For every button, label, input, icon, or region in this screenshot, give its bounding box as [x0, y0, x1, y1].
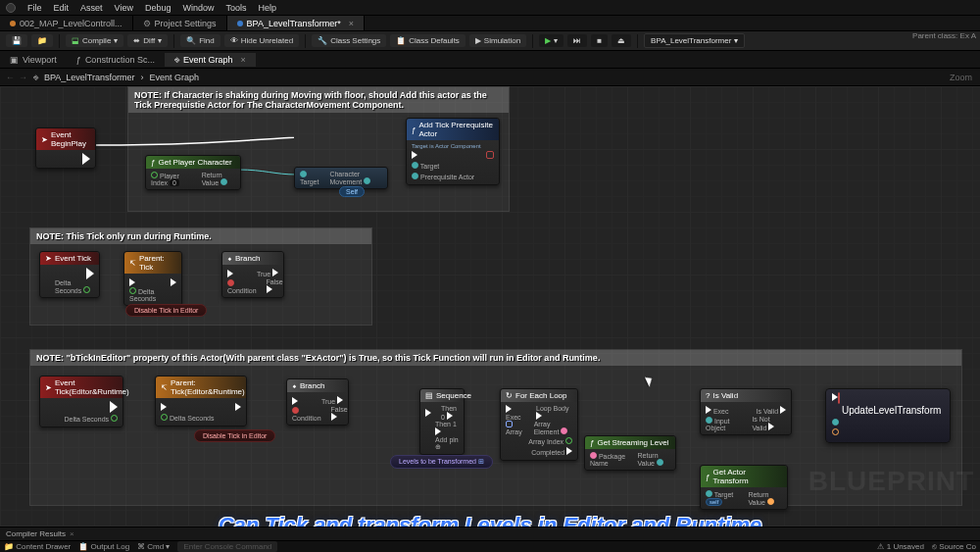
- object-in-pin[interactable]: [706, 417, 712, 424]
- exec-out-pin[interactable]: [267, 285, 272, 293]
- float-in-pin[interactable]: [161, 414, 168, 421]
- exec-out-pin[interactable]: [435, 427, 441, 435]
- class-defaults-button[interactable]: 📋Class Defaults: [390, 34, 466, 47]
- node-sequence[interactable]: ▤Sequence Then 0 Then 1 Add pin ⊕: [419, 388, 465, 455]
- float-in-pin[interactable]: [129, 287, 136, 294]
- diff-button[interactable]: ⬌Diff▾: [127, 34, 168, 47]
- output-log-button[interactable]: 📋 Output Log: [78, 542, 129, 551]
- debug-target-dropdown[interactable]: BPA_LevelTransformer▾: [644, 33, 745, 48]
- skip-button[interactable]: ⏭: [567, 34, 587, 47]
- delegate-pin[interactable]: [486, 151, 494, 159]
- node-add-tick-prerequisite[interactable]: ƒAdd Tick Prerequisite Actor Target is A…: [406, 118, 500, 185]
- tab-map[interactable]: 002_MAP_LevelControll...: [0, 16, 133, 30]
- parent-class-label[interactable]: Parent class: Ex A: [912, 31, 976, 40]
- exec-out-pin[interactable]: [768, 423, 774, 430]
- int-out-pin[interactable]: [565, 437, 572, 444]
- exec-in-pin[interactable]: [292, 397, 298, 405]
- node-for-each-loop[interactable]: ↻For Each Loop ExecLoop Body ArrayArray …: [500, 388, 578, 461]
- save-button[interactable]: 💾: [6, 34, 27, 47]
- menu-edit[interactable]: Edit: [54, 3, 70, 13]
- exec-out-pin[interactable]: [272, 269, 278, 276]
- variable-levels[interactable]: Levels to be Transformed ⊞: [390, 455, 493, 469]
- object-out-pin[interactable]: [364, 177, 370, 184]
- close-icon[interactable]: ×: [240, 55, 245, 65]
- variable-disable-tick-2[interactable]: Disable Tick in Editor: [194, 429, 275, 442]
- object-in-pin[interactable]: [412, 173, 418, 179]
- breadcrumb-root[interactable]: BPA_LevelTransformer: [44, 73, 135, 82]
- tab-construction[interactable]: ƒConstruction Sc...: [67, 53, 165, 67]
- node-update-level-transform[interactable]: UpdateLevelTransform: [825, 388, 951, 443]
- self-pin[interactable]: Self: [339, 186, 365, 197]
- exec-out-pin[interactable]: [110, 401, 118, 413]
- delegate-pin[interactable]: [838, 392, 840, 404]
- node-get-streaming-level[interactable]: ƒGet Streaming Level Package NameReturn …: [584, 435, 676, 471]
- exec-out-pin[interactable]: [447, 412, 453, 420]
- node-event-tick-editor[interactable]: ➤Event Tick(Editor&Runtime) Delta Second…: [39, 376, 123, 427]
- menu-debug[interactable]: Debug: [145, 3, 172, 13]
- tab-blueprint[interactable]: BPA_LevelTransformer*×: [227, 16, 365, 30]
- compiler-results-tab[interactable]: Compiler Results ×: [0, 527, 980, 540]
- transform-in-pin[interactable]: [832, 428, 839, 435]
- exec-out-pin[interactable]: [331, 413, 337, 421]
- bool-in-pin[interactable]: [292, 407, 299, 414]
- exec-out-pin[interactable]: [86, 268, 94, 279]
- exec-out-pin[interactable]: [566, 447, 572, 455]
- exec-in-pin[interactable]: [161, 403, 167, 411]
- forward-button[interactable]: →: [19, 73, 27, 82]
- name-in-pin[interactable]: [590, 452, 597, 459]
- play-button[interactable]: ▶▾: [539, 34, 564, 47]
- object-in-pin[interactable]: [412, 162, 418, 169]
- menu-help[interactable]: Help: [258, 3, 276, 13]
- menu-tools[interactable]: Tools: [225, 3, 246, 13]
- close-icon[interactable]: ×: [70, 529, 74, 538]
- pin-value[interactable]: 0: [170, 179, 179, 186]
- tab-project-settings[interactable]: ⚙Project Settings: [133, 16, 227, 30]
- browse-button[interactable]: 📁: [31, 34, 53, 47]
- float-out-pin[interactable]: [111, 415, 118, 422]
- exec-out-pin[interactable]: [82, 153, 90, 165]
- int-in-pin[interactable]: [151, 172, 158, 178]
- node-get-actor-transform[interactable]: ƒGet Actor Transform Target selfReturn V…: [700, 465, 788, 510]
- exec-out-pin[interactable]: [536, 412, 542, 420]
- menu-asset[interactable]: Asset: [80, 3, 103, 13]
- graph-menu-icon[interactable]: ⎆: [33, 73, 38, 82]
- exec-out-pin[interactable]: [337, 396, 343, 404]
- node-branch-2[interactable]: ⬥Branch True ConditionFalse: [286, 378, 349, 426]
- close-icon[interactable]: ×: [349, 19, 354, 28]
- exec-out-pin[interactable]: [780, 406, 786, 414]
- node-parent-tick[interactable]: ↸Parent: Tick Delta Seconds: [123, 251, 182, 306]
- node-event-tick[interactable]: ➤Event Tick Delta Seconds: [39, 251, 100, 298]
- unsaved-badge[interactable]: ⚠ 1 Unsaved: [877, 542, 923, 551]
- menu-window[interactable]: Window: [182, 3, 214, 13]
- stop-button[interactable]: ■: [591, 34, 608, 47]
- add-pin-button[interactable]: Add pin: [435, 436, 459, 443]
- breadcrumb-leaf[interactable]: Event Graph: [150, 73, 200, 82]
- hide-unrelated-button[interactable]: 👁Hide Unrelated: [224, 34, 299, 47]
- source-control-button[interactable]: ⎋ Source Co: [932, 542, 976, 551]
- object-in-pin[interactable]: [706, 490, 712, 497]
- find-button[interactable]: 🔍Find: [180, 34, 220, 47]
- exec-out-pin[interactable]: [171, 278, 176, 286]
- bool-in-pin[interactable]: [227, 279, 234, 286]
- node-get-player-character[interactable]: ƒGet Player Character Player Index 0Retu…: [145, 155, 241, 190]
- console-input[interactable]: Enter Console Command: [177, 541, 277, 552]
- compile-button[interactable]: ⬓Compile▾: [66, 34, 123, 47]
- exec-in-pin[interactable]: [227, 270, 233, 277]
- float-out-pin[interactable]: [83, 286, 90, 293]
- content-drawer-button[interactable]: 📁 Content Drawer: [4, 542, 71, 551]
- node-parent-tick-editor[interactable]: ↸Parent: Tick(Editor&Runtime) Delta Seco…: [155, 376, 247, 427]
- class-settings-button[interactable]: 🔧Class Settings: [312, 34, 386, 47]
- object-out-pin[interactable]: [220, 178, 227, 185]
- exec-in-pin[interactable]: [506, 405, 512, 413]
- node-event-beginplay[interactable]: ➤Event BeginPlay: [35, 127, 96, 169]
- exec-in-pin[interactable]: [706, 406, 711, 414]
- tab-viewport[interactable]: ▣Viewport: [0, 53, 67, 67]
- event-graph-canvas[interactable]: NOTE: If Character is shaking during Mov…: [0, 86, 980, 527]
- menu-view[interactable]: View: [115, 3, 133, 13]
- name-out-pin[interactable]: [561, 427, 567, 434]
- node-is-valid[interactable]: ?Is Valid ExecIs Valid Input ObjectIs No…: [700, 388, 792, 435]
- exec-in-pin[interactable]: [129, 278, 135, 286]
- cmd-dropdown[interactable]: ⌘ Cmd ▾: [137, 542, 170, 551]
- array-in-pin[interactable]: [506, 421, 513, 427]
- eject-button[interactable]: ⏏: [612, 34, 631, 47]
